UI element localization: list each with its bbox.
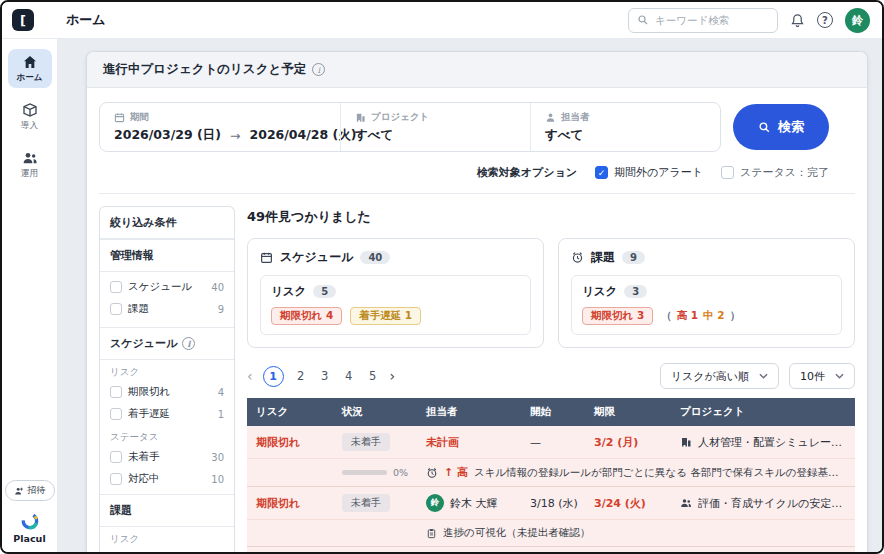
next-page-button[interactable]: ›: [390, 368, 396, 384]
due-date: 3/24 (火): [594, 497, 646, 510]
placul-logo-icon: [20, 511, 40, 531]
filter-item-start-delay[interactable]: 着手遅延 1: [100, 403, 234, 425]
notifications-bell-icon[interactable]: [790, 13, 805, 28]
task-note: 進捗の可視化（未提出者確認）: [443, 526, 590, 540]
search-condition-row: 期間 2026/03/29 (日) → 2026/04/28 (火): [99, 102, 855, 152]
person-icon: [545, 112, 556, 123]
checkbox-unchecked-icon: [721, 166, 734, 179]
sidebar-item-onboarding[interactable]: 導入: [8, 97, 52, 136]
period-field[interactable]: 期間 2026/03/29 (日) → 2026/04/28 (火): [100, 103, 340, 151]
info-icon[interactable]: i: [182, 337, 195, 350]
summary-cards: スケジュール 40 リスク 5: [247, 238, 855, 348]
arrow-right-icon: →: [230, 128, 240, 143]
main-content: 進行中プロジェクトのリスクと予定 i 期間: [58, 39, 882, 552]
progress-value: 0%: [393, 467, 408, 478]
project-value[interactable]: すべて: [355, 127, 393, 142]
filter-item-schedule[interactable]: スケジュール 40: [100, 276, 234, 298]
option-outside-period-alert[interactable]: ✓ 期間外のアラート: [595, 165, 703, 180]
risk-count-badge: 3: [624, 285, 647, 298]
sort-select[interactable]: リスクが高い順: [660, 363, 779, 389]
card-title: 課題: [591, 249, 615, 266]
brand-name: Placul: [13, 533, 45, 544]
filter-panel: 絞り込み条件 管理情報 スケジュール 40: [99, 206, 235, 552]
filter-group-management: 管理情報 スケジュール 40 課題: [100, 239, 234, 327]
start-delay-pill: 着手遅延 1: [350, 307, 421, 325]
sidebar-item-home[interactable]: ホーム: [8, 49, 52, 88]
results-area: 絞り込み条件 管理情報 スケジュール 40: [99, 206, 855, 552]
filter-group-schedule: スケジュール i リスク 期限切れ 4: [100, 327, 234, 494]
topbar-actions: ? 鈴: [628, 8, 870, 33]
issue-clock-icon: [426, 467, 438, 479]
chevron-down-icon: [835, 373, 844, 379]
filter-item-count: 4: [218, 387, 224, 398]
brand[interactable]: Placul: [13, 511, 45, 544]
checkbox-checked-icon: ✓: [595, 166, 608, 179]
alarm-clock-icon: [571, 251, 584, 264]
panel-header: 進行中プロジェクトのリスクと予定 i: [87, 52, 867, 88]
filter-item-overdue[interactable]: 期限切れ 3: [100, 548, 234, 552]
start-date: —: [530, 436, 541, 449]
period-start-value[interactable]: 2026/03/29 (日): [114, 127, 221, 144]
page-size-select[interactable]: 10件: [789, 363, 855, 389]
search-icon: [758, 121, 771, 134]
keyword-search[interactable]: [628, 8, 778, 33]
prev-page-button[interactable]: ‹: [247, 368, 253, 384]
page-button-1[interactable]: 1: [263, 366, 284, 387]
page-button-4[interactable]: 4: [342, 369, 356, 383]
page-button-3[interactable]: 3: [318, 369, 332, 383]
col-due: 期限: [585, 398, 671, 426]
card-title: スケジュール: [280, 249, 353, 266]
checkbox-unchecked-icon: [110, 473, 122, 485]
page-size-value: 10件: [800, 369, 825, 384]
schedule-summary-card: スケジュール 40 リスク 5: [247, 238, 544, 348]
assignee-value[interactable]: すべて: [545, 127, 583, 142]
issue-note: スキル情報の登録ルールが部門ごとに異なる 各部門で保有スキルの登録基準がバラバラ…: [474, 466, 846, 480]
building-icon: [355, 112, 366, 123]
keyword-search-input[interactable]: [655, 14, 769, 26]
assignee-field[interactable]: 担当者 すべて: [530, 103, 720, 151]
project-name: 評価・育成サイクルの安定運用: [698, 496, 846, 511]
info-icon[interactable]: i: [312, 63, 325, 76]
paren: ）: [730, 309, 741, 323]
table-subrow[interactable]: 進捗の可視化（未提出者確認）: [247, 520, 855, 547]
filter-item-overdue[interactable]: 期限切れ 4: [100, 381, 234, 403]
search-fields: 期間 2026/03/29 (日) → 2026/04/28 (火): [99, 102, 721, 152]
assignee-name: 鈴木 大輝: [450, 496, 498, 511]
start-date: 3/18 (水): [530, 497, 578, 510]
filter-subheading: リスク: [100, 360, 234, 381]
filter-item-label: 課題: [128, 302, 149, 316]
option-status-done[interactable]: ステータス：完了: [721, 165, 829, 180]
severity-breakdown: （ 高 1 中 2 ）: [661, 309, 740, 323]
invite-button[interactable]: 招待: [5, 480, 55, 501]
checkbox-unchecked-icon: [110, 451, 122, 463]
filter-item-count: 9: [218, 304, 224, 315]
page-button-2[interactable]: 2: [294, 369, 308, 383]
app-logo[interactable]: [: [12, 9, 34, 31]
search-icon: [637, 14, 649, 26]
chevron-down-icon: [759, 373, 768, 379]
help-icon[interactable]: ?: [817, 12, 833, 28]
filter-item-in-progress[interactable]: 対応中 10: [100, 468, 234, 494]
home-icon: [22, 54, 38, 70]
filter-item-not-started[interactable]: 未着手 30: [100, 446, 234, 468]
search-button[interactable]: 検索: [733, 104, 829, 150]
table-subrow[interactable]: 0% ↑ 高: [247, 459, 855, 487]
col-project: プロジェクト: [671, 398, 855, 426]
table-row[interactable]: 期限切れ 未着手 鈴 鈴木 大輝 3/18 (水: [247, 487, 855, 520]
filter-item-issue[interactable]: 課題 9: [100, 298, 234, 320]
box-icon: [22, 102, 38, 118]
table-row[interactable]: 期限切れ 未着手 未計画 — 3/2 (月): [247, 426, 855, 459]
assignee-avatar: 鈴: [426, 494, 444, 512]
options-label: 検索対象オプション: [477, 165, 577, 180]
sidebar-item-operation[interactable]: 運用: [8, 145, 52, 184]
project-field[interactable]: プロジェクト すべて: [340, 103, 530, 151]
person-add-icon: [14, 486, 24, 496]
card-count-badge: 9: [622, 251, 645, 264]
filter-group-title: 管理情報: [110, 248, 154, 263]
table-row[interactable]: 期限切れ 未着手 中 中島 智也 3/26 (木: [247, 547, 855, 553]
results-main: 49件見つかりました スケジュール 40: [247, 206, 855, 552]
filter-item-count: 30: [211, 452, 224, 463]
people-icon: [22, 150, 38, 166]
user-avatar[interactable]: 鈴: [845, 8, 870, 33]
page-button-5[interactable]: 5: [366, 369, 380, 383]
